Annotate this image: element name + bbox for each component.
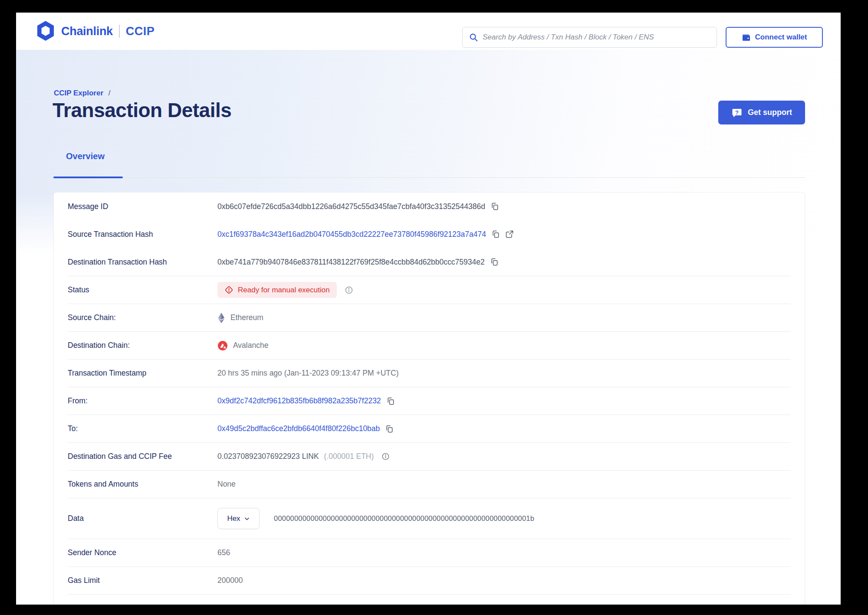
transaction-details-card: Message ID 0xb6c07efde726cd5a34dbb1226a6…: [53, 192, 805, 605]
breadcrumb-separator: /: [108, 89, 111, 97]
table-row-data: Data Hex 0000000000000000000000000000000…: [68, 498, 791, 539]
message-id-value: 0xb6c07efde726cd5a34dbb1226a6d4275c55d34…: [217, 202, 485, 211]
row-label: Sender Nonce: [68, 548, 217, 557]
avalanche-icon: [217, 340, 228, 351]
copy-icon[interactable]: [491, 230, 500, 239]
brand-product: CCIP: [126, 25, 155, 38]
search-box: [462, 27, 717, 48]
table-row-sender-nonce: Sender Nonce 656: [68, 539, 791, 566]
row-label: Destination Gas and CCIP Fee: [68, 452, 217, 461]
fee-value: 0.023708923076922923 LINK: [217, 452, 319, 461]
row-label: Transaction Timestamp: [68, 369, 217, 378]
copy-icon[interactable]: [490, 202, 499, 211]
timestamp-value: 20 hrs 35 mins ago (Jan-11-2023 09:13:47…: [217, 369, 398, 378]
status-badge-label: Ready for manual execution: [238, 286, 330, 294]
row-label: From:: [68, 396, 217, 406]
search-icon: [469, 33, 478, 42]
row-label: Data: [68, 514, 217, 523]
svg-text:?: ?: [735, 109, 739, 115]
wallet-icon: [742, 33, 751, 42]
row-label: Destination Chain:: [68, 341, 217, 350]
gas-limit-value: 200000: [217, 576, 243, 585]
row-label: Source Transaction Hash: [68, 230, 217, 239]
breadcrumb: CCIP Explorer /: [54, 89, 110, 98]
row-label: Message ID: [68, 202, 217, 211]
get-support-label: Get support: [748, 108, 792, 117]
top-header: Chainlink CCIP Connect wallet: [16, 13, 841, 50]
tabs-divider: [53, 177, 805, 178]
tokens-value: None: [217, 480, 236, 489]
alert-diamond-icon: [224, 285, 233, 294]
brand-name: Chainlink: [61, 25, 113, 38]
chainlink-logo-icon: [36, 21, 55, 42]
from-address-link[interactable]: 0x9df2c742dfcf9612b835fb6b8f982a235b7f22…: [217, 396, 381, 406]
table-row-timestamp: Transaction Timestamp 20 hrs 35 mins ago…: [68, 359, 791, 387]
copy-icon[interactable]: [490, 258, 499, 266]
data-format-selected: Hex: [227, 514, 240, 523]
row-label: Status: [68, 285, 217, 294]
table-row-from: From: 0x9df2c742dfcf9612b835fb6b8f982a23…: [68, 387, 791, 415]
row-label: Tokens and Amounts: [68, 480, 217, 489]
table-row-clipped: [68, 594, 791, 605]
copy-icon[interactable]: [385, 425, 394, 433]
row-label: Destination Transaction Hash: [68, 258, 217, 267]
external-link-icon[interactable]: [505, 230, 514, 239]
info-icon[interactable]: [345, 286, 353, 294]
get-support-button[interactable]: ? Get support: [718, 101, 805, 124]
table-row-source-tx-hash: Source Transaction Hash 0xc1f69378a4c343…: [68, 220, 791, 248]
table-row-source-chain: Source Chain: Ethereum: [68, 304, 791, 331]
chevron-down-icon: [244, 516, 250, 522]
app-window: Chainlink CCIP Connect wallet: [16, 13, 841, 605]
fee-eth-equivalent: (.000001 ETH): [324, 452, 374, 461]
brand-logo[interactable]: Chainlink CCIP: [36, 13, 155, 50]
tab-overview[interactable]: Overview: [66, 151, 105, 161]
table-row-tokens: Tokens and Amounts None: [68, 470, 791, 498]
table-row-gas-limit: Gas Limit 200000: [68, 566, 791, 594]
sender-nonce-value: 656: [217, 548, 230, 557]
status-badge: Ready for manual execution: [217, 282, 337, 298]
row-label: Source Chain:: [68, 313, 217, 322]
table-row-dest-tx-hash: Destination Transaction Hash 0xbe741a779…: [68, 248, 791, 276]
dest-chain-value: Avalanche: [233, 341, 268, 350]
copy-icon[interactable]: [386, 397, 395, 406]
data-hex-value: 0000000000000000000000000000000000000000…: [274, 514, 534, 523]
search-input[interactable]: [483, 27, 717, 47]
connect-wallet-button[interactable]: Connect wallet: [726, 27, 823, 48]
tab-overview-underline: [53, 177, 123, 178]
breadcrumb-ccip-explorer-link[interactable]: CCIP Explorer: [54, 89, 103, 97]
ethereum-icon: [217, 312, 225, 324]
page-title: Transaction Details: [53, 98, 231, 122]
connect-wallet-label: Connect wallet: [755, 33, 807, 42]
to-address-link[interactable]: 0x49d5c2bdffac6ce2bfdb6640f4f80f226bc10b…: [217, 424, 380, 433]
table-row-status: Status Ready for manual execution: [68, 276, 791, 304]
row-label: To:: [68, 424, 217, 433]
source-chain-value: Ethereum: [230, 313, 263, 322]
table-row-fee: Destination Gas and CCIP Fee 0.023708923…: [68, 442, 791, 470]
table-row-to: To: 0x49d5c2bdffac6ce2bfdb6640f4f80f226b…: [68, 415, 791, 442]
table-row-dest-chain: Destination Chain: Avalanche: [68, 331, 791, 359]
brand-divider: [119, 25, 120, 38]
table-row-message-id: Message ID 0xb6c07efde726cd5a34dbb1226a6…: [68, 193, 791, 220]
dest-tx-hash-value: 0xbe741a779b9407846e837811f438122f769f25…: [217, 258, 485, 267]
info-icon[interactable]: [381, 452, 390, 461]
question-bubble-icon: ?: [731, 107, 743, 118]
data-format-dropdown[interactable]: Hex: [217, 508, 260, 529]
source-tx-hash-link[interactable]: 0xc1f69378a4c343ef16ad2b0470455db3cd2222…: [217, 230, 486, 239]
row-label: Gas Limit: [68, 576, 217, 585]
